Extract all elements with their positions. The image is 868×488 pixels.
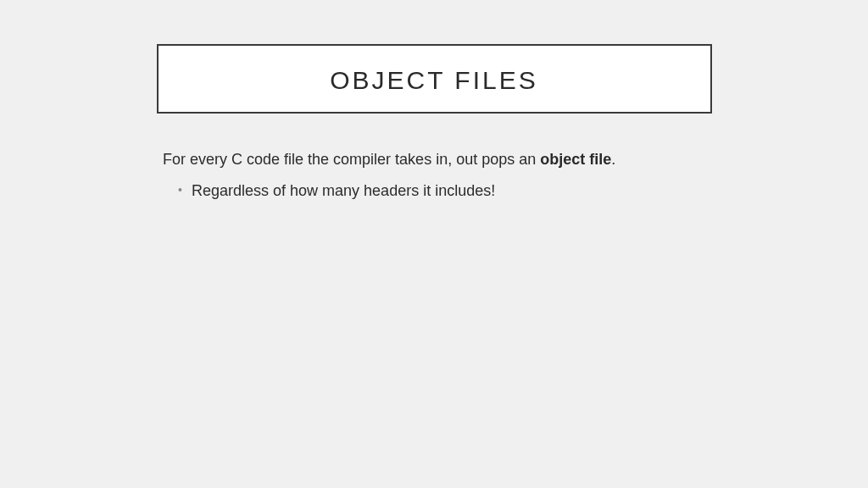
lead-text-post: . — [611, 151, 615, 168]
bullet-item: Regardless of how many headers it includ… — [178, 180, 722, 202]
lead-paragraph: For every C code file the compiler takes… — [163, 149, 722, 170]
slide-content: For every C code file the compiler takes… — [163, 149, 722, 202]
bullet-list: Regardless of how many headers it includ… — [163, 180, 722, 202]
lead-text-pre: For every C code file the compiler takes… — [163, 151, 540, 168]
slide: OBJECT FILES For every C code file the c… — [0, 0, 868, 488]
slide-title: OBJECT FILES — [175, 66, 693, 95]
title-box: OBJECT FILES — [157, 44, 712, 114]
lead-text-bold: object file — [540, 151, 611, 168]
